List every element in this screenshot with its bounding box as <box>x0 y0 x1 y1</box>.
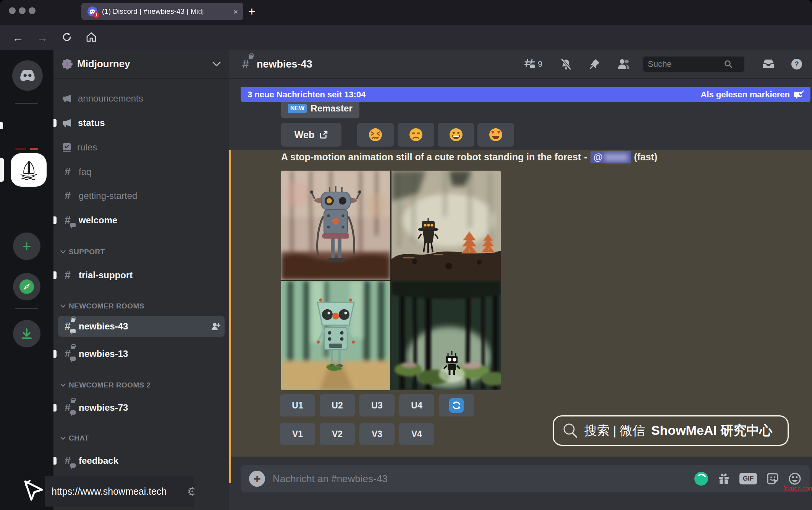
server-header[interactable]: Midjourney <box>53 50 229 78</box>
unread-indicator <box>53 457 57 465</box>
unread-divider-line <box>229 150 231 483</box>
reaction-confounded[interactable] <box>357 123 394 147</box>
new-badge: NEW <box>288 104 307 113</box>
sticker-icon[interactable] <box>766 472 779 485</box>
midjourney-server-icon[interactable] <box>11 153 47 187</box>
tab-notification-badge: 1 <box>93 12 99 18</box>
back-button[interactable]: ← <box>11 31 24 44</box>
variation-v2-button[interactable]: V2 <box>320 423 355 445</box>
message-input[interactable] <box>273 473 687 485</box>
sidebar-item-faq[interactable]: # faq <box>58 163 225 181</box>
section-support[interactable]: SUPPORT <box>60 247 105 257</box>
sidebar-item-trial-support[interactable]: # trial-support <box>58 266 225 284</box>
notifications-muted-button[interactable] <box>560 58 572 70</box>
home-button[interactable] <box>85 31 98 44</box>
variation-v1-button[interactable]: V1 <box>280 423 315 445</box>
megaphone-icon <box>62 94 73 103</box>
sidebar-item-feedback[interactable]: # feedback <box>58 452 225 470</box>
threads-button[interactable]: 9 <box>524 58 542 70</box>
variation-v4-button[interactable]: V4 <box>399 423 434 445</box>
search-box[interactable] <box>643 56 744 72</box>
svg-text:♥: ♥ <box>491 129 495 135</box>
gif-picker-icon[interactable]: GIF <box>739 473 757 484</box>
chevron-down-icon <box>60 383 66 387</box>
unread-indicator <box>53 119 57 127</box>
hash-icon: # <box>62 270 73 281</box>
download-apps-button[interactable] <box>13 320 40 347</box>
sidebar-item-getting-started[interactable]: # getting-started <box>58 187 225 205</box>
sidebar-item-newbies-13[interactable]: # newbies-13 <box>58 345 225 363</box>
tab-close-icon[interactable]: × <box>233 8 238 16</box>
sidebar-item-announcements[interactable]: announcements <box>58 90 225 107</box>
explore-servers-button[interactable] <box>13 273 40 300</box>
forward-button[interactable]: → <box>36 31 49 44</box>
channel-sidebar: Midjourney announcements status rules # … <box>53 50 229 510</box>
mark-as-read-button[interactable]: Als gelesen markieren <box>700 90 804 100</box>
discord-favicon: 1 <box>87 6 97 16</box>
reaction-grinning[interactable] <box>438 123 474 147</box>
search-input[interactable] <box>648 59 724 69</box>
server-name: Midjourney <box>77 58 208 70</box>
discord-home-button[interactable] <box>12 60 43 91</box>
zoom-window-button[interactable] <box>29 7 36 14</box>
channel-title: newbies-43 <box>257 58 312 70</box>
add-server-button[interactable]: + <box>13 232 40 260</box>
disappointed-emoji-icon <box>409 128 423 142</box>
section-newcomer-rooms-2[interactable]: NEWCOMER ROOMS 2 <box>60 380 150 391</box>
section-newcomer-rooms[interactable]: NEWCOMER ROOMS <box>60 301 144 311</box>
tab-title: (1) Discord | #newbies-43 | Midj <box>102 7 217 16</box>
reaction-disappointed[interactable] <box>398 123 434 147</box>
server-unread-pill <box>0 122 3 129</box>
generated-image-3[interactable] <box>281 281 390 390</box>
reaction-heart-eyes[interactable]: ♥♥ <box>477 123 514 147</box>
server-badge-fragment-red <box>30 148 38 150</box>
browser-toolbar: ← → https://discord.com/channels/6622679… <box>0 25 812 50</box>
sidebar-item-newbies-73[interactable]: # newbies-73 <box>58 399 225 416</box>
search-icon <box>724 60 733 68</box>
generated-image-grid[interactable] <box>281 171 501 390</box>
user-mention[interactable]: @ <box>590 151 631 163</box>
new-messages-bar[interactable]: 3 neue Nachrichten seit 13:04 Als gelese… <box>241 87 810 102</box>
upscale-u4-button[interactable]: U4 <box>399 394 434 416</box>
emoji-picker-icon[interactable] <box>788 472 801 485</box>
loading-spinner-icon <box>694 472 708 486</box>
sidebar-item-rules[interactable]: rules <box>58 139 225 156</box>
new-tab-button[interactable]: + <box>248 5 256 19</box>
member-list-button[interactable] <box>617 58 630 69</box>
help-button[interactable]: ? <box>791 58 803 70</box>
variation-v3-button[interactable]: V3 <box>359 423 395 445</box>
unread-indicator <box>53 404 57 412</box>
blurred-username <box>604 153 628 161</box>
compass-icon <box>18 278 35 295</box>
sidebar-item-status[interactable]: status <box>58 114 225 132</box>
inbox-icon <box>762 58 775 69</box>
upscale-u3-button[interactable]: U3 <box>359 394 395 416</box>
generated-image-4[interactable] <box>391 281 501 390</box>
gear-fragment-icon: ⚙ <box>187 485 194 498</box>
close-window-button[interactable] <box>9 7 16 14</box>
generated-image-1[interactable] <box>281 171 390 280</box>
section-chat[interactable]: CHAT <box>60 433 89 444</box>
browser-tab[interactable]: 1 (1) Discord | #newbies-43 | Midj × <box>81 3 243 20</box>
hash-icon: # <box>62 190 73 201</box>
plus-icon: + <box>22 239 31 254</box>
svg-text:♥: ♥ <box>497 129 501 135</box>
sidebar-item-newbies-43[interactable]: # newbies-43 <box>58 316 225 337</box>
attach-plus-icon[interactable]: + <box>249 471 265 487</box>
gift-icon[interactable] <box>717 472 730 485</box>
pinned-messages-button[interactable] <box>589 58 601 70</box>
web-button[interactable]: Web <box>281 123 341 147</box>
minimize-window-button[interactable] <box>19 7 26 14</box>
invite-member-icon[interactable] <box>211 322 221 331</box>
upscale-u2-button[interactable]: U2 <box>320 394 355 416</box>
generated-image-2[interactable] <box>391 171 501 280</box>
inbox-button[interactable] <box>762 58 775 69</box>
hash-lock-chat-icon: # <box>62 402 73 413</box>
megaphone-icon <box>62 118 73 128</box>
message-composer[interactable]: + GIF <box>241 465 810 492</box>
sidebar-item-welcome[interactable]: # welcome <box>58 211 225 229</box>
upscale-u1-button[interactable]: U1 <box>280 394 315 416</box>
reroll-button[interactable] <box>439 394 474 416</box>
mark-read-icon <box>794 90 804 99</box>
reload-button[interactable] <box>60 31 73 44</box>
